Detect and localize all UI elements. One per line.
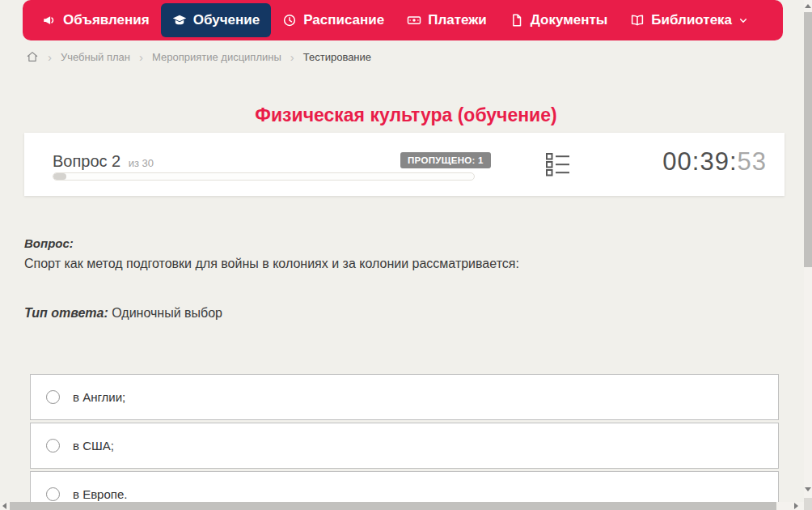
horizontal-scrollbar[interactable] [0, 502, 804, 510]
question-progress-title: Вопрос 2 из 30 [53, 152, 154, 171]
radio-button[interactable] [46, 487, 60, 501]
skipped-badge: ПРОПУЩЕНО: 1 [400, 152, 491, 168]
timer: 00:39:53 [662, 147, 767, 176]
breadcrumb-item-discipline-event[interactable]: Мероприятие дисциплины [152, 51, 281, 63]
answer-option-2[interactable]: в США; [30, 423, 779, 469]
answer-type-value: Одиночный выбор [112, 306, 222, 320]
vertical-scrollbar-thumb[interactable] [804, 12, 812, 267]
scrollbar-corner [804, 498, 812, 510]
chevron-down-icon [738, 16, 748, 25]
nav-item-schedule[interactable]: Расписание [271, 3, 395, 37]
banknote-icon [407, 13, 421, 28]
scroll-left-arrow[interactable] [2, 503, 6, 509]
nav-item-documents[interactable]: Документы [498, 3, 620, 37]
nav-item-payments[interactable]: Платежи [395, 3, 498, 37]
scroll-up-arrow[interactable] [805, 4, 811, 8]
timer-seconds: 53 [738, 147, 767, 176]
document-icon [510, 13, 524, 28]
nav-item-label: Обучение [193, 12, 260, 28]
question-total: из 30 [129, 157, 154, 169]
breadcrumb-separator: › [139, 52, 143, 62]
question-number: Вопрос 2 [53, 152, 121, 170]
nav-item-label: Документы [531, 12, 608, 28]
answer-option-1[interactable]: в Англии; [30, 374, 779, 420]
progress-fill [53, 173, 66, 180]
graduation-cap-icon [172, 13, 187, 28]
progress-bar [53, 172, 475, 181]
radio-button[interactable] [46, 390, 60, 404]
scroll-right-arrow[interactable] [794, 503, 798, 509]
answer-type-label: Тип ответа: [24, 306, 108, 320]
checklist-icon [546, 152, 570, 176]
answer-option-label: в США; [73, 439, 114, 453]
horizontal-scrollbar-thumb[interactable] [10, 502, 776, 510]
clock-icon [282, 13, 297, 28]
question-header-card: Вопрос 2 из 30 ПРОПУЩЕНО: 1 00:39:53 [24, 133, 785, 196]
breadcrumb-item-testing: Тестирование [303, 51, 371, 63]
breadcrumb-separator: › [290, 52, 294, 62]
top-navbar: Объявления Обучение Расписание Платежи Д… [23, 0, 783, 40]
timer-main: 00:39: [662, 147, 737, 176]
nav-item-library[interactable]: Библиотека [619, 3, 759, 37]
answer-type-line: Тип ответа: Одиночный выбор [24, 306, 222, 321]
nav-item-announcements[interactable]: Объявления [31, 3, 161, 37]
quiz-page: Объявления Обучение Расписание Платежи Д… [0, 0, 812, 510]
answer-option-label: в Англии; [73, 390, 125, 404]
radio-button[interactable] [46, 439, 60, 453]
page-title: Физическая культура (обучение) [0, 104, 812, 126]
question-text: Спорт как метод подготовки для войны в к… [24, 257, 519, 271]
nav-item-label: Платежи [428, 12, 487, 28]
breadcrumb: › Учебный план › Мероприятие дисциплины … [26, 50, 371, 63]
nav-item-learning[interactable]: Обучение [161, 3, 271, 37]
breadcrumb-item-study-plan[interactable]: Учебный план [61, 51, 130, 63]
nav-item-label: Библиотека [651, 12, 732, 28]
breadcrumb-separator: › [48, 52, 52, 62]
question-list-icon[interactable] [545, 152, 571, 178]
answer-option-label: в Европе. [73, 487, 127, 501]
question-heading: Вопрос: [24, 236, 74, 250]
scroll-down-arrow[interactable] [805, 487, 811, 491]
nav-item-label: Расписание [303, 12, 384, 28]
nav-item-label: Объявления [63, 12, 150, 28]
home-icon[interactable] [26, 50, 39, 63]
vertical-scrollbar[interactable] [804, 0, 812, 502]
book-icon [630, 13, 645, 28]
megaphone-icon [42, 13, 57, 28]
